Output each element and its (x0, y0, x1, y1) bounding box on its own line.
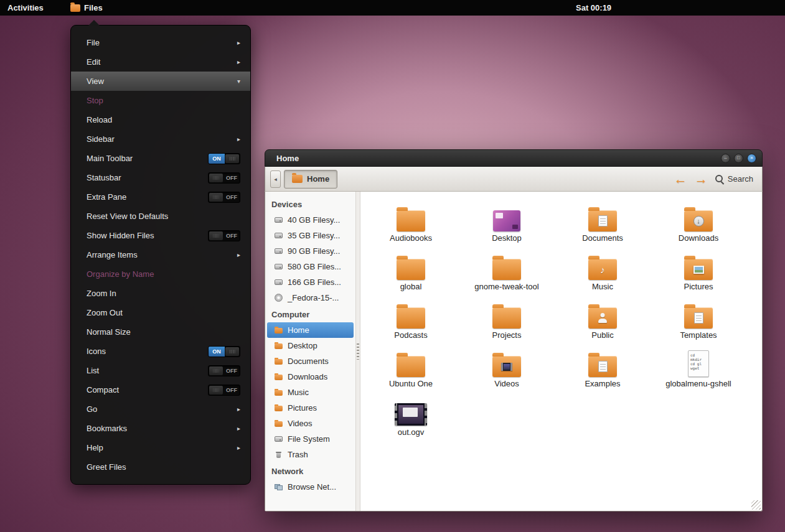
menu-item-reload[interactable]: Reload (71, 110, 250, 129)
file-item-templates[interactable]: Templates (651, 297, 746, 346)
search-button[interactable]: Search (715, 174, 753, 184)
menu-item-icons[interactable]: Icons ON (71, 342, 250, 361)
toolbar-right-group: ← → Search (674, 172, 753, 185)
sidebar-item-desktop[interactable]: Desktop (265, 338, 355, 353)
menu-item-label: Zoom In (87, 289, 240, 298)
sidebar-item-file-system[interactable]: File System (265, 431, 355, 447)
menu-item-greet-files[interactable]: Greet Files (71, 457, 250, 477)
toggle-grip (209, 193, 223, 202)
sidebar-item-browse-network[interactable]: Browse Net... (265, 479, 355, 495)
maximize-button[interactable]: □ (734, 154, 743, 163)
breadcrumb-label: Home (307, 174, 329, 184)
file-item-desktop[interactable]: Desktop (459, 200, 555, 249)
menu-item-zoom-in[interactable]: Zoom In (71, 284, 250, 303)
file-item-public[interactable]: Public (555, 297, 651, 346)
sidebar-item-90gb[interactable]: 90 GB Filesy... (265, 243, 355, 259)
menu-item-label: Zoom Out (87, 308, 240, 317)
sidebar-item-label: Desktop (288, 341, 317, 350)
close-button[interactable]: × (747, 154, 756, 163)
file-name: Templates (680, 330, 717, 340)
pathbar-scroll-left-button[interactable]: ◂ (270, 170, 281, 188)
file-icon-view: Audiobooks Desktop Documents ↓Downloads … (360, 192, 762, 511)
menu-item-compact[interactable]: Compact OFF (71, 380, 250, 399)
file-item-audiobooks[interactable]: Audiobooks (363, 200, 459, 249)
sidebar-item-580gb[interactable]: 580 GB Files... (265, 259, 355, 274)
music-folder-icon: ♪ (588, 249, 617, 280)
menu-item-list[interactable]: List OFF (71, 361, 250, 380)
activities-button[interactable]: Activities (7, 3, 44, 12)
sidebar-item-music[interactable]: Music (265, 385, 355, 400)
pane-splitter[interactable] (356, 192, 360, 511)
file-item-pictures[interactable]: Pictures (651, 249, 746, 297)
menu-item-extra-pane[interactable]: Extra Pane OFF (71, 187, 250, 207)
menu-item-show-hidden[interactable]: Show Hidden Files OFF (71, 226, 250, 245)
sidebar-item-videos[interactable]: Videos (265, 416, 355, 431)
toggle-extra-pane[interactable]: OFF (208, 192, 240, 203)
toggle-off-label: OFF (223, 385, 240, 395)
file-item-videos[interactable]: Videos (459, 346, 555, 394)
sidebar-item-downloads[interactable]: Downloads (265, 369, 355, 385)
menu-item-arrange-items[interactable]: Arrange Items▸ (71, 245, 250, 264)
breadcrumb-home-button[interactable]: Home (284, 170, 337, 189)
folder-icon (397, 297, 425, 329)
submenu-arrow-icon: ▸ (237, 251, 240, 258)
resize-grip[interactable] (751, 500, 761, 510)
sidebar-item-35gb[interactable]: 35 GB Filesy... (265, 228, 355, 243)
folder-icon (274, 341, 283, 350)
toggle-compact[interactable]: OFF (208, 385, 240, 396)
title-bar[interactable]: Home – □ × (265, 149, 763, 167)
minimize-button[interactable]: – (721, 154, 730, 163)
sidebar-item-fedora[interactable]: _Fedora-15-... (265, 290, 355, 306)
menu-item-view[interactable]: View▾ (71, 72, 250, 91)
sidebar-item-pictures[interactable]: Pictures (265, 400, 355, 416)
menu-item-reset-view[interactable]: Reset View to Defaults (71, 207, 250, 226)
file-item-music[interactable]: ♪Music (555, 249, 651, 297)
file-item-global[interactable]: global (363, 249, 459, 297)
toggle-list[interactable]: OFF (208, 365, 240, 376)
file-item-ubuntu-one[interactable]: Ubuntu One (363, 346, 459, 394)
toggle-main-toolbar[interactable]: ON (208, 153, 240, 164)
toggle-on-label: ON (209, 347, 225, 357)
menu-item-bookmarks[interactable]: Bookmarks▸ (71, 419, 250, 438)
file-item-documents[interactable]: Documents (555, 200, 651, 249)
folder-icon (274, 419, 283, 428)
toggle-statusbar[interactable]: OFF (208, 172, 240, 184)
sidebar-item-40gb[interactable]: 40 GB Filesy... (265, 212, 355, 228)
menu-item-label: Help (87, 443, 237, 452)
file-item-examples[interactable]: Examples (555, 346, 651, 394)
disc-icon (274, 293, 283, 302)
forward-button[interactable]: → (695, 172, 708, 185)
menu-item-normal-size[interactable]: Normal Size (71, 322, 250, 342)
folder-icon (397, 249, 425, 280)
toggle-icons[interactable]: ON (208, 346, 240, 357)
menu-item-edit[interactable]: Edit▸ (71, 52, 250, 72)
sidebar-item-documents[interactable]: Documents (265, 353, 355, 369)
menu-item-zoom-out[interactable]: Zoom Out (71, 303, 250, 322)
file-name: Ubuntu One (389, 379, 433, 388)
file-item-downloads[interactable]: ↓Downloads (651, 200, 746, 249)
menu-item-organize-by-name: Organize by Name (71, 264, 250, 284)
file-item-globalmenu-gshell[interactable]: cd mkdir cd gl wgetglobalmenu-gshell (651, 346, 746, 394)
menu-item-sidebar[interactable]: Sidebar▸ (71, 129, 250, 149)
toggle-show-hidden[interactable]: OFF (208, 230, 240, 241)
file-name: Examples (585, 379, 620, 388)
file-item-gnome-tweak-tool[interactable]: gnome-tweak-tool (459, 249, 555, 297)
menu-item-help[interactable]: Help▸ (71, 438, 250, 457)
menu-item-main-toolbar[interactable]: Main Toolbar ON (71, 149, 250, 168)
file-item-out-ogv[interactable]: out.ogv (363, 394, 459, 443)
sidebar-item-166gb[interactable]: 166 GB Files... (265, 274, 355, 290)
menu-item-file[interactable]: File▸ (71, 33, 250, 52)
menu-item-label: Go (87, 404, 237, 414)
sidebar-item-home[interactable]: Home (267, 322, 354, 338)
menu-item-statusbar[interactable]: Statusbar OFF (71, 168, 250, 187)
file-name: Audiobooks (390, 233, 432, 243)
appmenu-files[interactable]: Files (70, 3, 103, 12)
clock[interactable]: Sat 00:19 (576, 3, 611, 12)
file-item-podcasts[interactable]: Podcasts (363, 297, 459, 346)
menu-item-go[interactable]: Go▸ (71, 399, 250, 419)
file-item-projects[interactable]: Projects (459, 297, 555, 346)
sidebar-item-trash[interactable]: Trash (265, 447, 355, 462)
menu-item-label: Organize by Name (87, 269, 240, 279)
back-button[interactable]: ← (674, 172, 687, 185)
menu-item-label: Arrange Items (87, 250, 237, 259)
